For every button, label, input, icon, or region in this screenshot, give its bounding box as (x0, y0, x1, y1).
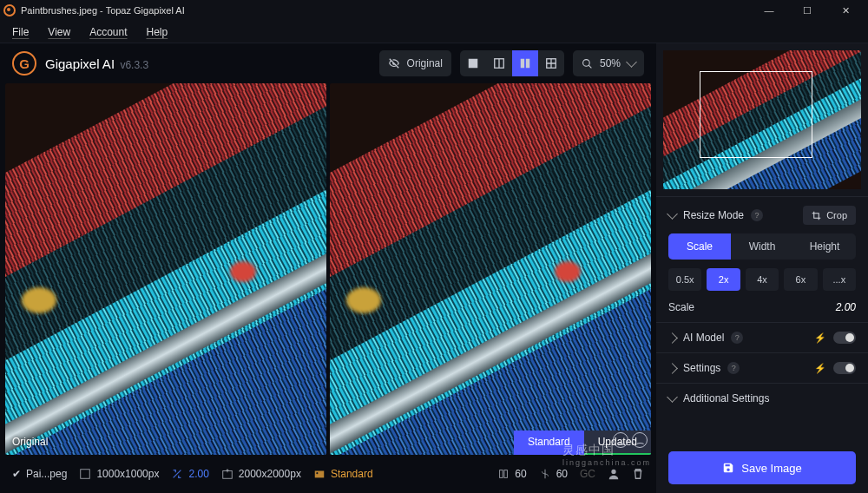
logo-icon: G (12, 51, 36, 76)
chevron-right-icon[interactable] (667, 363, 678, 374)
tag-standard[interactable]: Standard (514, 431, 584, 455)
scale-multipliers: 0.5x 2x 4x 6x ...x (668, 268, 856, 291)
ai-model-label: AI Model (683, 332, 724, 344)
svg-rect-10 (81, 470, 90, 479)
chevron-down-icon[interactable] (667, 208, 678, 220)
svg-rect-15 (504, 470, 508, 478)
bolt-icon: ⚡ (814, 363, 826, 374)
zoom-control[interactable]: 50% (573, 50, 644, 76)
zoom-icon (582, 58, 593, 69)
mult-2x[interactable]: 2x (707, 268, 740, 291)
feedback-sad-icon[interactable]: ⁔ (632, 432, 648, 448)
svg-line-9 (589, 65, 591, 68)
svg-rect-0 (469, 59, 478, 69)
window-title: Paintbrushes.jpeg - Topaz Gigapixel AI (21, 5, 750, 16)
help-icon[interactable]: ? (751, 209, 763, 221)
svg-rect-3 (521, 59, 524, 69)
chevron-right-icon[interactable] (667, 332, 678, 344)
chevron-down-icon (626, 56, 637, 68)
navigator-viewport-box[interactable] (700, 71, 812, 158)
mult-6x[interactable]: 6x (784, 268, 817, 291)
delete-button[interactable] (632, 468, 644, 480)
slider-b-icon (539, 468, 551, 480)
param-a: 60 (497, 468, 526, 480)
minimize-button[interactable]: — (750, 0, 788, 21)
tab-scale[interactable]: Scale (668, 233, 731, 260)
settings-toggle[interactable] (833, 362, 856, 374)
svg-rect-12 (315, 471, 325, 478)
src-dimensions: 1000x1000px (79, 468, 159, 480)
person-icon (608, 468, 620, 480)
maximize-button[interactable]: ☐ (788, 0, 826, 21)
preview-pane[interactable]: Standard Updated (330, 83, 651, 455)
original-label: Original (12, 436, 48, 448)
scale-chip: 2.00 (171, 468, 208, 480)
app-icon (3, 4, 16, 16)
navigator-thumbnail[interactable] (663, 50, 861, 189)
svg-rect-4 (526, 59, 529, 69)
toggle-original-button[interactable]: Original (379, 50, 451, 76)
svg-point-16 (611, 470, 615, 474)
view-single-button[interactable] (460, 50, 486, 76)
view-split-button[interactable] (486, 50, 512, 76)
gc-chip: GC (580, 468, 595, 480)
mult-custom[interactable]: ...x (823, 268, 856, 291)
additional-settings-label: Additional Settings (683, 392, 769, 404)
original-pane[interactable]: Original (5, 83, 326, 455)
resize-mode-label: Resize Mode (683, 209, 744, 221)
menu-account[interactable]: Account (89, 26, 127, 38)
tab-height[interactable]: Height (793, 233, 856, 260)
file-chip[interactable]: ✔ Pai...peg (12, 468, 67, 480)
menu-file[interactable]: File (12, 26, 29, 38)
param-b: 60 (539, 468, 568, 480)
menu-view[interactable]: View (48, 26, 70, 38)
resize-mode-tabs: Scale Width Height (668, 233, 856, 260)
chevron-down-icon[interactable] (667, 391, 678, 403)
trash-icon (632, 468, 644, 480)
feedback-happy-icon[interactable]: ‿ (613, 432, 628, 448)
crop-button[interactable]: Crop (803, 206, 856, 225)
dimensions-icon (79, 468, 91, 480)
bolt-icon: ⚡ (814, 332, 826, 344)
mult-4x[interactable]: 4x (746, 268, 779, 291)
scale-value[interactable]: 2.00 (836, 301, 856, 313)
svg-point-8 (583, 59, 590, 66)
settings-label: Settings (683, 362, 720, 374)
help-icon[interactable]: ? (727, 362, 740, 374)
svg-rect-14 (500, 470, 503, 478)
save-image-button[interactable]: Save Image (668, 451, 856, 484)
help-icon[interactable]: ? (731, 332, 743, 344)
mult-0-5x[interactable]: 0.5x (668, 268, 701, 291)
model-icon (313, 468, 326, 480)
ai-model-toggle[interactable] (833, 332, 856, 344)
close-button[interactable]: ✕ (826, 0, 865, 21)
view-mode-group (460, 50, 564, 76)
scale-label: Scale (668, 301, 694, 313)
eye-off-icon (388, 57, 400, 69)
save-icon (722, 462, 734, 474)
output-icon (221, 468, 233, 480)
face-button[interactable] (608, 468, 620, 480)
scale-icon (171, 468, 183, 480)
out-dimensions: 2000x2000px (221, 468, 301, 480)
menu-help[interactable]: Help (147, 26, 168, 38)
crop-icon (812, 211, 821, 220)
slider-a-icon (497, 468, 510, 480)
model-chip: Standard (313, 468, 373, 480)
view-side-by-side-button[interactable] (512, 50, 538, 76)
tab-width[interactable]: Width (731, 233, 793, 260)
app-name: Gigapixel AI v6.3.3 (45, 56, 148, 71)
view-grid-button[interactable] (538, 50, 564, 76)
svg-point-13 (316, 472, 318, 474)
